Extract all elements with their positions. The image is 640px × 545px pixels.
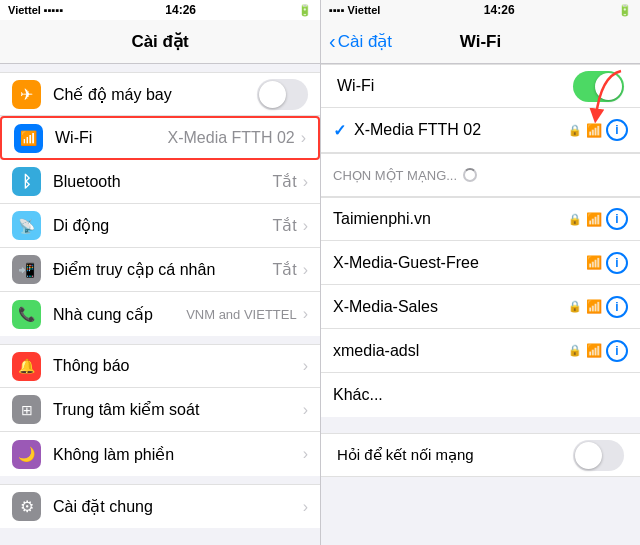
choose-network-label: CHỌN MỘT MẠNG... bbox=[333, 168, 457, 183]
hotspot-value: Tắt bbox=[272, 260, 296, 279]
network-adsl[interactable]: xmedia-adsl 🔒 📶 i bbox=[321, 329, 640, 373]
mobile-icon: 📡 bbox=[12, 211, 41, 240]
carrier-icon: 📞 bbox=[12, 300, 41, 329]
network-other[interactable]: Khác... bbox=[321, 373, 640, 417]
row-mobile[interactable]: 📡 Di động Tắt › bbox=[0, 204, 320, 248]
row-personal-hotspot[interactable]: 📲 Điểm truy cập cá nhân Tắt › bbox=[0, 248, 320, 292]
carrier-value: VNM and VIETTEL bbox=[186, 307, 297, 322]
back-button[interactable]: ‹ Cài đặt bbox=[329, 30, 392, 53]
mobile-chevron-icon: › bbox=[303, 217, 308, 235]
wifi-value: X-Media FTTH 02 bbox=[168, 129, 295, 147]
network-taimienphi-name: Taimienphi.vn bbox=[333, 210, 568, 228]
airplane-icon: ✈ bbox=[12, 80, 41, 109]
airplane-toggle-knob bbox=[259, 81, 286, 108]
connected-network-row[interactable]: ✓ X-Media FTTH 02 🔒 📶 i bbox=[321, 108, 640, 152]
left-nav-title: Cài đặt bbox=[131, 31, 188, 52]
network-adsl-icons: 🔒 📶 i bbox=[568, 340, 628, 362]
wifi-toggle-label: Wi-Fi bbox=[337, 77, 573, 95]
row-general[interactable]: ⚙ Cài đặt chung › bbox=[0, 484, 320, 528]
section-general: ⚙ Cài đặt chung › bbox=[0, 484, 320, 528]
wifi-toggle-row: Wi-Fi bbox=[321, 64, 640, 108]
left-signal-icon: ▪▪▪▪▪ bbox=[44, 4, 64, 16]
row-notifications[interactable]: 🔔 Thông báo › bbox=[0, 344, 320, 388]
info-button-4[interactable]: i bbox=[606, 340, 628, 362]
signal-icon-4: 📶 bbox=[586, 343, 602, 358]
right-nav-title: Wi-Fi bbox=[460, 32, 501, 52]
connected-network-icons: 🔒 📶 i bbox=[568, 119, 628, 141]
control-center-label: Trung tâm kiểm soát bbox=[53, 400, 303, 419]
notifications-icon: 🔔 bbox=[12, 352, 41, 381]
right-status-right: 🔋 bbox=[618, 4, 632, 17]
notifications-label: Thông báo bbox=[53, 357, 303, 375]
left-status-right: 🔋 bbox=[298, 4, 312, 17]
hotspot-chevron-icon: › bbox=[303, 261, 308, 279]
network-other-name: Khác... bbox=[333, 386, 628, 404]
network-list: Taimienphi.vn 🔒 📶 i X-Media-Guest-Free 📶… bbox=[321, 197, 640, 417]
network-taimienphi[interactable]: Taimienphi.vn 🔒 📶 i bbox=[321, 197, 640, 241]
network-sales-name: X-Media-Sales bbox=[333, 298, 568, 316]
row-control-center[interactable]: ⊞ Trung tâm kiểm soát › bbox=[0, 388, 320, 432]
wifi-icon: 📶 bbox=[14, 124, 43, 153]
left-carrier: Viettel bbox=[8, 4, 41, 16]
signal-icon-3: 📶 bbox=[586, 299, 602, 314]
ask-join-label: Hỏi để kết nối mạng bbox=[337, 446, 573, 464]
airplane-toggle[interactable] bbox=[257, 79, 308, 110]
carrier-chevron-icon: › bbox=[303, 305, 308, 323]
wifi-toggle-switch[interactable] bbox=[573, 71, 624, 102]
right-time: 14:26 bbox=[484, 3, 515, 17]
right-signal-icon: ▪▪▪▪ bbox=[329, 4, 345, 16]
info-button-2[interactable]: i bbox=[606, 252, 628, 274]
right-nav-bar: ‹ Cài đặt Wi-Fi bbox=[321, 20, 640, 64]
lock-icon-4: 🔒 bbox=[568, 344, 582, 357]
bluetooth-label: Bluetooth bbox=[53, 173, 272, 191]
row-dnd[interactable]: 🌙 Không làm phiền › bbox=[0, 432, 320, 476]
row-wifi[interactable]: 📶 Wi-Fi X-Media FTTH 02 › bbox=[0, 116, 320, 160]
mobile-label: Di động bbox=[53, 216, 272, 235]
info-button-1[interactable]: i bbox=[606, 208, 628, 230]
right-status-left: ▪▪▪▪ Viettel bbox=[329, 4, 380, 16]
info-icon: i bbox=[615, 123, 618, 137]
left-status-bar: Viettel ▪▪▪▪▪ 14:26 🔋 bbox=[0, 0, 320, 20]
right-panel: ▪▪▪▪ Viettel 14:26 🔋 ‹ Cài đặt Wi-Fi Wi-… bbox=[320, 0, 640, 545]
general-label: Cài đặt chung bbox=[53, 497, 303, 516]
row-bluetooth[interactable]: ᛒ Bluetooth Tắt › bbox=[0, 160, 320, 204]
row-airplane[interactable]: ✈ Chế độ máy bay bbox=[0, 72, 320, 116]
bluetooth-value: Tắt bbox=[272, 172, 296, 191]
choose-network-row: CHỌN MỘT MẠNG... bbox=[321, 153, 640, 197]
control-center-chevron-icon: › bbox=[303, 401, 308, 419]
section-notifications: 🔔 Thông báo › ⊞ Trung tâm kiểm soát › 🌙 … bbox=[0, 344, 320, 476]
network-guest-name: X-Media-Guest-Free bbox=[333, 254, 586, 272]
general-chevron-icon: › bbox=[303, 498, 308, 516]
back-label: Cài đặt bbox=[338, 31, 392, 52]
ask-join-toggle[interactable] bbox=[573, 440, 624, 471]
loading-spinner bbox=[463, 168, 477, 182]
section-network: ✈ Chế độ máy bay 📶 Wi-Fi X-Media FTTH 02… bbox=[0, 72, 320, 336]
right-status-bar: ▪▪▪▪ Viettel 14:26 🔋 bbox=[321, 0, 640, 20]
network-sales-icons: 🔒 📶 i bbox=[568, 296, 628, 318]
network-adsl-name: xmedia-adsl bbox=[333, 342, 568, 360]
network-taimienphi-icons: 🔒 📶 i bbox=[568, 208, 628, 230]
ask-join-section: Hỏi để kết nối mạng bbox=[321, 433, 640, 477]
left-time: 14:26 bbox=[165, 3, 196, 17]
back-chevron-icon: ‹ bbox=[329, 30, 336, 53]
wifi-chevron-icon: › bbox=[301, 129, 306, 147]
network-sales[interactable]: X-Media-Sales 🔒 📶 i bbox=[321, 285, 640, 329]
left-nav-bar: Cài đặt bbox=[0, 20, 320, 64]
lock-icon-1: 🔒 bbox=[568, 213, 582, 226]
network-guest-icons: 📶 i bbox=[586, 252, 628, 274]
connected-network-name: X-Media FTTH 02 bbox=[354, 121, 568, 139]
bluetooth-chevron-icon: › bbox=[303, 173, 308, 191]
info-button[interactable]: i bbox=[606, 119, 628, 141]
info-button-3[interactable]: i bbox=[606, 296, 628, 318]
right-carrier: Viettel bbox=[348, 4, 381, 16]
bluetooth-icon: ᛒ bbox=[12, 167, 41, 196]
signal-icon-1: 📶 bbox=[586, 212, 602, 227]
row-carrier[interactable]: 📞 Nhà cung cấp VNM and VIETTEL › bbox=[0, 292, 320, 336]
network-guest[interactable]: X-Media-Guest-Free 📶 i bbox=[321, 241, 640, 285]
hotspot-label: Điểm truy cập cá nhân bbox=[53, 260, 272, 279]
left-panel: Viettel ▪▪▪▪▪ 14:26 🔋 Cài đặt ✈ Chế độ m… bbox=[0, 0, 320, 545]
connected-network-section: ✓ X-Media FTTH 02 🔒 📶 i bbox=[321, 108, 640, 153]
lock-icon-3: 🔒 bbox=[568, 300, 582, 313]
signal-icon-2: 📶 bbox=[586, 255, 602, 270]
right-battery-icon: 🔋 bbox=[618, 4, 632, 17]
